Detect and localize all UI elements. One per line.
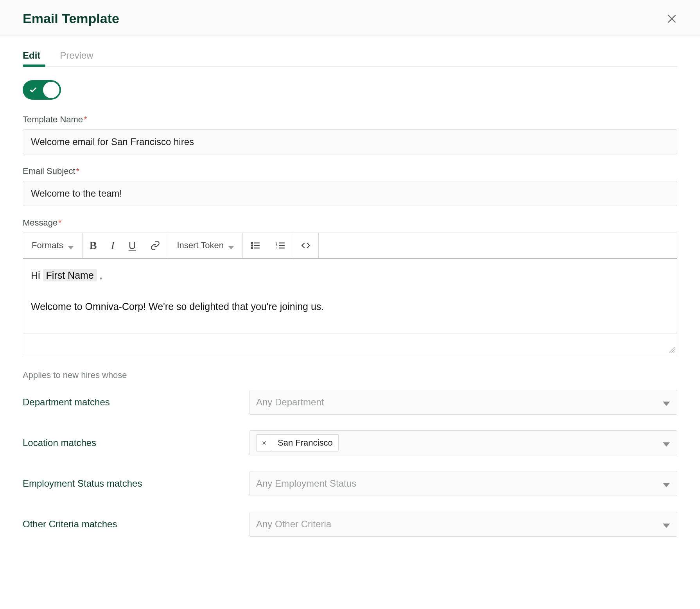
criteria-row-employment-status: Employment Status matches Any Employment… (23, 471, 677, 496)
svg-marker-3 (228, 246, 234, 249)
svg-line-16 (669, 347, 675, 353)
message-line-2: Welcome to Omniva-Corp! We're so delight… (31, 299, 669, 314)
criteria-row-other: Other Criteria matches Any Other Criteri… (23, 512, 677, 537)
criteria-intro: Applies to new hires whose (23, 370, 677, 380)
location-select[interactable]: × San Francisco (249, 430, 677, 455)
modal-header: Email Template (0, 0, 700, 36)
insert-token-dropdown[interactable]: Insert Token (168, 233, 242, 258)
svg-point-6 (251, 245, 253, 246)
editor-footer (23, 333, 677, 355)
caret-down-icon (663, 480, 670, 487)
editor-toolbar: Formats B I U (23, 233, 677, 259)
message-field: Message* Formats B I U (23, 218, 677, 355)
email-subject-input[interactable] (23, 181, 677, 206)
check-icon (29, 86, 38, 94)
chip-label: San Francisco (272, 435, 338, 451)
close-icon[interactable] (666, 13, 677, 24)
enabled-toggle[interactable] (23, 80, 61, 100)
message-label-text: Message (23, 218, 57, 227)
template-name-input[interactable] (23, 129, 677, 154)
caret-down-icon (663, 521, 670, 528)
department-placeholder: Any Department (256, 397, 324, 408)
required-asterisk: * (76, 166, 80, 176)
code-icon (300, 240, 311, 251)
caret-down-icon (228, 243, 234, 248)
caret-down-icon (68, 243, 74, 248)
employment-status-label: Employment Status matches (23, 478, 249, 489)
tab-preview[interactable]: Preview (60, 50, 93, 66)
template-name-label-text: Template Name (23, 115, 83, 124)
svg-marker-20 (663, 442, 670, 447)
greeting-suffix: , (97, 270, 102, 281)
email-subject-label-text: Email Subject (23, 166, 75, 176)
template-name-label: Template Name* (23, 115, 677, 125)
svg-marker-19 (663, 402, 670, 406)
location-chip: × San Francisco (256, 434, 339, 451)
message-line-1: Hi First Name , (31, 267, 669, 283)
message-label: Message* (23, 218, 677, 228)
modal-content: Edit Preview Template Name* Email Subjec… (0, 36, 700, 568)
link-button[interactable] (143, 233, 168, 258)
token-first-name[interactable]: First Name (43, 269, 97, 281)
svg-marker-2 (68, 246, 74, 249)
employment-status-select[interactable]: Any Employment Status (249, 471, 677, 496)
italic-icon: I (111, 239, 114, 252)
resize-handle[interactable] (668, 346, 675, 353)
underline-button[interactable]: U (122, 233, 143, 258)
email-subject-label: Email Subject* (23, 166, 677, 176)
unordered-list-button[interactable] (243, 233, 268, 258)
rich-text-editor: Formats B I U (23, 233, 677, 355)
other-criteria-select[interactable]: Any Other Criteria (249, 512, 677, 537)
toggle-knob (43, 82, 59, 98)
editor-body[interactable]: Hi First Name , Welcome to Omniva-Corp! … (23, 259, 677, 333)
bold-button[interactable]: B (83, 233, 104, 258)
other-criteria-label: Other Criteria matches (23, 519, 249, 530)
email-subject-field: Email Subject* (23, 166, 677, 206)
location-label: Location matches (23, 437, 249, 448)
svg-line-18 (674, 352, 675, 353)
required-asterisk: * (84, 115, 87, 124)
greeting-prefix: Hi (31, 270, 43, 281)
code-view-button[interactable] (293, 233, 318, 258)
ordered-list-button[interactable]: 123 (268, 233, 293, 258)
formats-dropdown[interactable]: Formats (23, 233, 82, 258)
ordered-list-icon: 123 (275, 240, 286, 251)
other-criteria-placeholder: Any Other Criteria (256, 519, 331, 530)
italic-button[interactable]: I (104, 233, 121, 258)
svg-point-4 (251, 242, 253, 244)
employment-status-placeholder: Any Employment Status (256, 478, 356, 489)
caret-down-icon (663, 399, 670, 406)
required-asterisk: * (58, 218, 62, 227)
tabs: Edit Preview (23, 50, 677, 67)
underline-icon: U (129, 240, 136, 252)
svg-marker-21 (663, 483, 670, 487)
insert-token-label: Insert Token (177, 240, 223, 251)
link-icon (150, 240, 161, 251)
svg-point-8 (251, 247, 253, 249)
unordered-list-icon (250, 240, 261, 251)
criteria-row-department: Department matches Any Department (23, 390, 677, 415)
svg-marker-22 (663, 524, 670, 528)
tab-edit[interactable]: Edit (23, 50, 40, 66)
criteria-row-location: Location matches × San Francisco (23, 430, 677, 455)
template-name-field: Template Name* (23, 115, 677, 154)
department-label: Department matches (23, 397, 249, 408)
svg-text:3: 3 (276, 246, 277, 250)
bold-icon: B (90, 239, 97, 252)
caret-down-icon (663, 439, 670, 446)
formats-label: Formats (32, 240, 63, 251)
chip-remove-icon[interactable]: × (257, 435, 272, 451)
modal-title: Email Template (23, 11, 119, 26)
department-select[interactable]: Any Department (249, 390, 677, 415)
